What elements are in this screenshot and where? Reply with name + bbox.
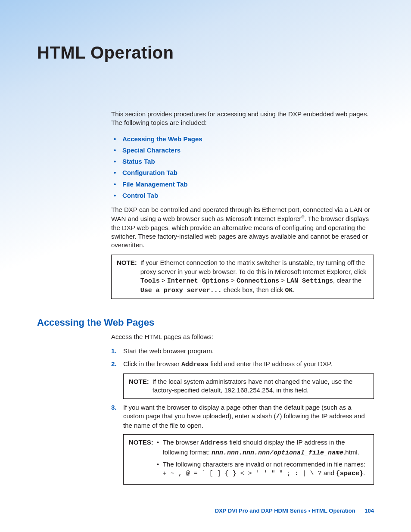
note-proxy: NOTE: If your Ethernet connection to the… (111, 255, 374, 299)
note-default-ip: NOTE: If the local system administrators… (123, 373, 374, 399)
step-2: Click in the browser Address field and e… (111, 360, 374, 399)
notes-bullet-1: The browser Address field should display… (157, 438, 368, 457)
toc-item-control-tab[interactable]: Control Tab (111, 190, 374, 201)
notes-address-format: NOTES: The browser Address field should … (123, 434, 374, 485)
note-content: If the local system administrators have … (153, 377, 368, 395)
page-footer: DXP DVI Pro and DXP HDMI Series • HTML O… (215, 507, 374, 514)
notes-label: NOTES: (129, 438, 153, 447)
section-heading-accessing: Accessing the Web Pages (37, 317, 374, 328)
notes-content: The browser Address field should display… (157, 438, 368, 481)
notes-bullet-2: The following characters are invalid or … (157, 460, 368, 479)
toc-item-accessing[interactable]: Accessing the Web Pages (111, 134, 374, 145)
overview-paragraph: The DXP can be controlled and operated t… (111, 205, 374, 249)
toc-list: Accessing the Web Pages Special Characte… (111, 134, 374, 202)
intro-paragraph: This section provides procedures for acc… (111, 110, 374, 128)
step-3: If you want the browser to display a pag… (111, 403, 374, 485)
toc-item-special-chars[interactable]: Special Characters (111, 145, 374, 156)
note-label: NOTE: (117, 258, 137, 267)
toc-item-file-mgmt-tab[interactable]: File Management Tab (111, 179, 374, 190)
toc-item-status-tab[interactable]: Status Tab (111, 156, 374, 167)
page-title: HTML Operation (37, 43, 374, 62)
toc-item-config-tab[interactable]: Configuration Tab (111, 167, 374, 178)
note-label: NOTE: (129, 377, 149, 386)
access-intro: Access the HTML pages as follows: (111, 333, 374, 341)
page-number: 104 (364, 507, 374, 514)
steps-list: Start the web browser program. Click in … (111, 347, 374, 485)
step-1: Start the web browser program. (111, 347, 374, 355)
footer-text: DXP DVI Pro and DXP HDMI Series • HTML O… (215, 507, 355, 514)
note-content: If your Ethernet connection to the matri… (140, 258, 368, 295)
